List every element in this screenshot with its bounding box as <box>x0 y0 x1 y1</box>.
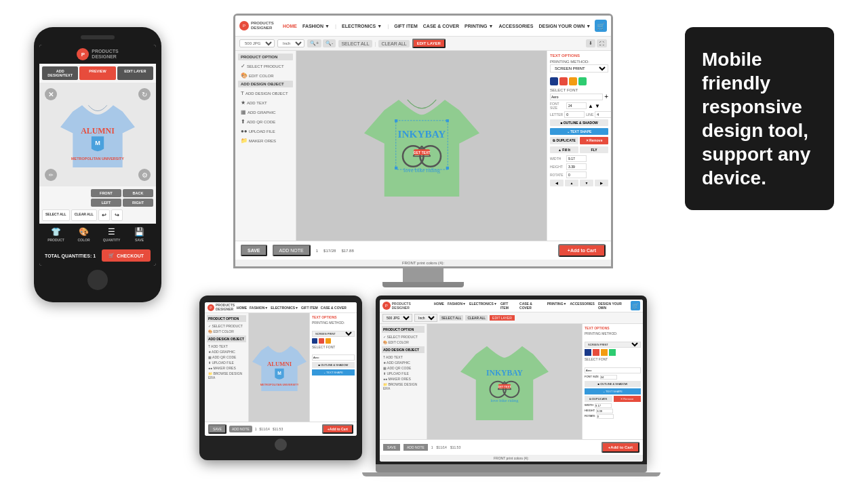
tablet-nav-gift[interactable]: GIFT ITEM <box>301 306 318 310</box>
laptop-edit-color[interactable]: 🎨 EDIT COLOR <box>382 340 425 345</box>
upload-file-item[interactable]: ⬆ ADD QR CODE <box>238 117 293 126</box>
add-design-text-btn[interactable]: ADD DESIGN/TEXT <box>42 66 78 80</box>
tablet-save-btn[interactable]: SAVE <box>208 424 226 434</box>
duplicate-btn[interactable]: ⧉ DUPLICATE <box>550 137 578 144</box>
tablet-swatch-orange[interactable] <box>326 338 331 344</box>
clear-all-btn[interactable]: CLEAR ALL <box>71 209 97 221</box>
laptop-add-note-btn[interactable]: ADD NOTE <box>403 444 428 451</box>
tablet-nav-home[interactable]: HOME <box>237 306 247 310</box>
tablet-add-graphic[interactable]: ★ ADD GRAPHIC <box>207 349 246 354</box>
tablet-nav-electronics[interactable]: ELECTRONICS▼ <box>271 306 298 310</box>
unit-select[interactable]: Inch <box>277 39 304 47</box>
tablet-select-product[interactable]: ✓ SELECT PRODUCT <box>207 323 246 329</box>
laptop-text-shape-btn[interactable]: ⌄ TEXT SHAPE <box>585 388 641 394</box>
laptop-unit-select[interactable]: Inch <box>414 314 437 322</box>
laptop-add-graphic[interactable]: ★ ADD GRAPHIC <box>382 360 425 365</box>
text-shape-btn[interactable]: ⌄ TEXT SHAPE <box>550 128 608 135</box>
color-swatch-orange[interactable] <box>569 77 577 85</box>
laptop-clear-all-btn[interactable]: CLEAR ALL <box>465 315 488 321</box>
refresh-btn[interactable]: ↻ <box>138 88 151 100</box>
laptop-duplicate-btn[interactable]: ⧉ DUPLICATE <box>585 396 612 402</box>
edit-pencil-btn[interactable]: ✏ <box>45 169 57 181</box>
tablet-add-note-btn[interactable]: ADD NOTE <box>229 426 252 432</box>
color-swatch-blue[interactable] <box>550 77 558 85</box>
zoom-out-btn[interactable]: 🔍- <box>323 39 336 47</box>
laptop-nav-printing[interactable]: PRINTING▼ <box>547 302 567 310</box>
nav-printing[interactable]: PRINTING ▼ <box>465 24 493 28</box>
remove-btn[interactable]: ✕ <box>45 88 57 100</box>
tablet-swatch-red[interactable] <box>319 338 324 344</box>
font-size-input[interactable] <box>566 102 587 109</box>
tablet-canvas[interactable]: ALUMNI M METROPOLITAN UNIVERSITY <box>249 313 309 422</box>
undo-btn[interactable]: ↩ <box>98 209 110 221</box>
fly-btn[interactable]: FLY <box>580 146 608 153</box>
laptop-canvas[interactable]: INKYBAY GET TEXT <box>427 324 582 439</box>
laptop-nav-fashion[interactable]: FASHION▼ <box>448 302 466 310</box>
tablet-text-shape-btn[interactable]: ⌄ TEXT SHAPE <box>312 369 355 375</box>
select-product-item[interactable]: ✓ SELECT PRODUCT <box>238 62 293 70</box>
save-icon-item[interactable]: 💾 SAVE <box>125 227 153 242</box>
font-size-up-btn[interactable]: ▲ <box>588 103 593 109</box>
tablet-upload[interactable]: ⬆ UPLOAD FILE <box>207 360 246 365</box>
browse-design-item[interactable]: 📁 MAKER ORES <box>238 136 293 145</box>
nav-home[interactable]: HOME <box>283 24 297 28</box>
laptop-maker[interactable]: ●● MAKER ORES <box>382 376 425 382</box>
laptop-nav-home[interactable]: HOME <box>434 302 444 310</box>
tablet-swatch-blue[interactable] <box>312 338 317 344</box>
tablet-add-text[interactable]: T ADD TEXT <box>207 344 246 349</box>
font-plus-btn[interactable]: + <box>604 93 608 100</box>
size-select[interactable]: 500 JPG <box>239 39 275 47</box>
tablet-add-to-cart-btn[interactable]: +Add to Cart <box>322 424 353 434</box>
arrow-left-btn[interactable]: ◀ <box>550 180 564 186</box>
laptop-font-input[interactable] <box>585 367 641 373</box>
nav-accessories[interactable]: ACCESSORIES <box>498 24 533 28</box>
laptop-select-product[interactable]: ✓ SELECT PRODUCT <box>382 334 425 340</box>
canvas-area[interactable]: INKYBAY GET <box>296 51 547 241</box>
laptop-nav-case[interactable]: CASE & COVER <box>519 302 544 310</box>
quantity-icon-item[interactable]: ☰ QUANTITY <box>98 227 125 242</box>
color-swatch-green[interactable] <box>578 77 587 85</box>
laptop-size-select[interactable]: 500 JPG <box>382 314 412 322</box>
add-to-cart-btn-main[interactable]: +Add to Cart <box>558 244 606 257</box>
laptop-cart-icon[interactable]: 🛒 <box>631 301 640 310</box>
laptop-swatch-red[interactable] <box>593 349 599 356</box>
laptop-add-to-cart-btn[interactable]: +Add to Cart <box>601 442 639 453</box>
add-note-btn-footer[interactable]: ADD NOTE <box>273 245 311 256</box>
line-input[interactable] <box>595 111 613 118</box>
arrow-up-btn[interactable]: ▲ <box>565 180 578 186</box>
nav-fashion[interactable]: FASHION ▼ <box>302 24 330 28</box>
laptop-nav-electronics[interactable]: ELECTRONICS▼ <box>469 302 497 310</box>
height-input[interactable] <box>566 163 587 170</box>
tablet-maker[interactable]: ●● MAKER ORES <box>207 365 246 371</box>
laptop-add-text[interactable]: T ADD TEXT <box>382 354 425 360</box>
rotate-input[interactable] <box>566 171 587 178</box>
cart-nav-icon[interactable]: 🛒 <box>595 20 607 32</box>
maker-ores-item[interactable]: ●● UPLOAD FILE <box>238 127 293 136</box>
phone-nav[interactable]: ADD DESIGN/TEXT PREVIEW EDIT LAYER <box>39 64 156 83</box>
left-view-btn[interactable]: LEFT <box>91 199 121 207</box>
front-view-btn[interactable]: FRONT <box>91 189 121 197</box>
outline-shadow-btn[interactable]: ■ OUTLINE & SHADOW <box>550 119 608 126</box>
laptop-nav-design[interactable]: DESIGN YOUR OWN <box>598 302 629 310</box>
tablet-browse[interactable]: 📁 BROWSE DESIGN ERA <box>207 371 246 380</box>
add-text-item[interactable]: T ADD DESIGN OBJECT <box>238 89 293 98</box>
edit-layer-toolbar-btn[interactable]: EDIT LAYER <box>412 39 446 48</box>
laptop-rotate-input[interactable] <box>597 414 614 419</box>
tablet-printing-select[interactable]: SCREEN PRINT <box>312 331 355 337</box>
laptop-nav-gift[interactable]: GIFT ITEM <box>500 302 516 310</box>
download-btn[interactable]: ⬇ <box>586 39 595 47</box>
remove-btn-right[interactable]: ✕ Remove <box>580 137 608 144</box>
laptop-add-qr[interactable]: ▦ ADD QR CODE <box>382 365 425 371</box>
back-view-btn[interactable]: BACK <box>123 189 153 197</box>
laptop-browse[interactable]: 📁 BROWSE DESIGN ERA <box>382 382 425 391</box>
laptop-height-input[interactable] <box>596 409 613 413</box>
checkout-button[interactable]: 🛒 CHECKOUT <box>102 249 151 262</box>
edit-color-item[interactable]: 🎨 EDIT COLOR <box>238 71 293 80</box>
tablet-home-button[interactable] <box>275 439 287 451</box>
laptop-save-btn[interactable]: SAVE <box>383 444 400 451</box>
laptop-select-all-btn[interactable]: SELECT ALL <box>439 315 463 321</box>
select-all-toolbar-btn[interactable]: SELECT ALL <box>338 40 372 47</box>
tablet-outline-btn[interactable]: ■ OUTLINE & SHADOW <box>312 362 355 368</box>
select-all-btn[interactable]: SELECT ALL <box>42 209 70 221</box>
tablet-edit-color[interactable]: 🎨 EDIT COLOR <box>207 329 246 334</box>
